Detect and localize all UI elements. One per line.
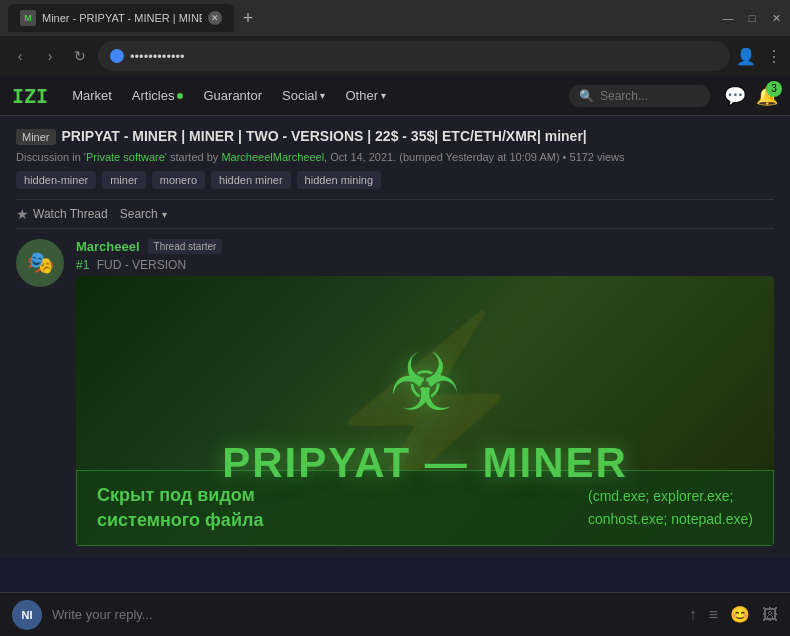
- category-link[interactable]: Private software: [86, 151, 165, 163]
- address-bar: ‹ › ↻ •••••••••••• 👤 ⋮: [0, 36, 790, 76]
- banner-text-left: Скрыт под видом системного файла: [97, 483, 263, 533]
- reply-icons: ↑ ≡ 😊 🖼: [689, 605, 778, 624]
- refresh-button[interactable]: ↻: [68, 44, 92, 68]
- thread-actions: ★ Watch Thread Search ▾: [16, 199, 774, 229]
- meta-author-span: Marcheeel: [273, 151, 324, 163]
- banner-text-right: (cmd.exe; explorer.exe; conhost.exe; not…: [588, 485, 753, 530]
- banner-image: ⚡ ☣ PRIPYAT — MINER Скрыт под видом сист…: [76, 276, 774, 546]
- author-avatar[interactable]: 🎭: [16, 239, 64, 287]
- close-button[interactable]: ✕: [770, 12, 782, 24]
- star-icon: ★: [16, 206, 29, 222]
- notifications-icon[interactable]: 🔔 3: [756, 85, 778, 107]
- thread-starter-badge: Thread starter: [148, 239, 223, 254]
- forward-button[interactable]: ›: [38, 44, 62, 68]
- tags-container: hidden-miner miner monero hidden miner h…: [16, 171, 774, 189]
- search-chevron-icon: ▾: [162, 209, 167, 220]
- nav-other[interactable]: Other ▾: [337, 84, 394, 107]
- biohazard-icon: ☣: [389, 336, 461, 429]
- emoji-icon[interactable]: 😊: [730, 605, 750, 624]
- url-bar[interactable]: ••••••••••••: [98, 41, 730, 71]
- thread-label: Miner: [16, 129, 56, 145]
- site-logo[interactable]: IZI: [12, 84, 48, 108]
- new-tab-button[interactable]: +: [234, 4, 262, 32]
- tag-2[interactable]: monero: [152, 171, 205, 189]
- nav-guarantor[interactable]: Guarantor: [195, 84, 270, 107]
- nav-social[interactable]: Social ▾: [274, 84, 333, 107]
- nav-right-icons: 💬 🔔 3: [724, 85, 778, 107]
- reply-input[interactable]: [52, 607, 679, 622]
- main-content: Miner PRIPYAT - MINER | MINER | TWO - VE…: [0, 116, 790, 558]
- post-subtitle: FUD - VERSION: [97, 258, 186, 272]
- main-scroll-area[interactable]: Miner PRIPYAT - MINER | MINER | TWO - VE…: [0, 116, 790, 636]
- thread-title-bar: Miner PRIPYAT - MINER | MINER | TWO - VE…: [16, 128, 774, 145]
- reply-avatar: NI: [12, 600, 42, 630]
- thread-title: PRIPYAT - MINER | MINER | TWO - VERSIONS…: [62, 128, 587, 144]
- user-icon[interactable]: 👤: [736, 47, 756, 66]
- reply-bar: NI ↑ ≡ 😊 🖼: [0, 592, 790, 636]
- active-tab[interactable]: M Miner - PRIPYAT - MINER | MINER | T...…: [8, 4, 234, 32]
- tag-1[interactable]: miner: [102, 171, 146, 189]
- site-nav: IZI Market Articles Guarantor Social ▾ O…: [0, 76, 790, 116]
- window-controls: — □ ✕: [722, 12, 782, 24]
- nav-market[interactable]: Market: [64, 84, 120, 107]
- search-icon: 🔍: [579, 89, 594, 103]
- up-arrow-icon[interactable]: ↑: [689, 606, 697, 624]
- minimize-button[interactable]: —: [722, 12, 734, 24]
- tag-4[interactable]: hidden mining: [297, 171, 382, 189]
- browser-titlebar: M Miner - PRIPYAT - MINER | MINER | T...…: [0, 0, 790, 36]
- post-content: Marcheeel Thread starter #1 FUD - VERSIO…: [76, 239, 774, 546]
- chat-icon[interactable]: 💬: [724, 85, 746, 107]
- maximize-button[interactable]: □: [746, 12, 758, 24]
- banner-title: PRIPYAT — MINER: [222, 439, 628, 487]
- tab-favicon: M: [20, 10, 36, 26]
- nav-articles[interactable]: Articles: [124, 84, 192, 107]
- tag-0[interactable]: hidden-miner: [16, 171, 96, 189]
- post-author-row: Marcheeel Thread starter: [76, 239, 774, 254]
- close-tab-button[interactable]: ✕: [208, 11, 222, 25]
- nav-search-bar[interactable]: 🔍: [569, 85, 710, 107]
- post-area: 🎭 Marcheeel Thread starter #1 FUD - VERS…: [16, 239, 774, 546]
- back-button[interactable]: ‹: [8, 44, 32, 68]
- image-icon[interactable]: 🖼: [762, 606, 778, 624]
- url-text: ••••••••••••: [130, 49, 185, 64]
- watch-thread-button[interactable]: ★ Watch Thread: [16, 206, 108, 222]
- articles-dot: [177, 93, 183, 99]
- list-icon[interactable]: ≡: [709, 606, 718, 624]
- search-input[interactable]: [600, 89, 700, 103]
- author-link[interactable]: Marcheeel: [221, 151, 272, 163]
- tab-title: Miner - PRIPYAT - MINER | MINER | T...: [42, 12, 202, 24]
- notification-badge: 3: [766, 81, 782, 97]
- address-bar-icons: 👤 ⋮: [736, 47, 782, 66]
- google-icon: [110, 49, 124, 63]
- tab-bar: M Miner - PRIPYAT - MINER | MINER | T...…: [8, 4, 714, 32]
- search-button[interactable]: Search ▾: [120, 207, 167, 221]
- thread-meta: Discussion in 'Private software' started…: [16, 151, 774, 163]
- menu-icon[interactable]: ⋮: [766, 47, 782, 66]
- tag-3[interactable]: hidden miner: [211, 171, 291, 189]
- post-author-name[interactable]: Marcheeel: [76, 239, 140, 254]
- post-number: #1 FUD - VERSION: [76, 258, 774, 272]
